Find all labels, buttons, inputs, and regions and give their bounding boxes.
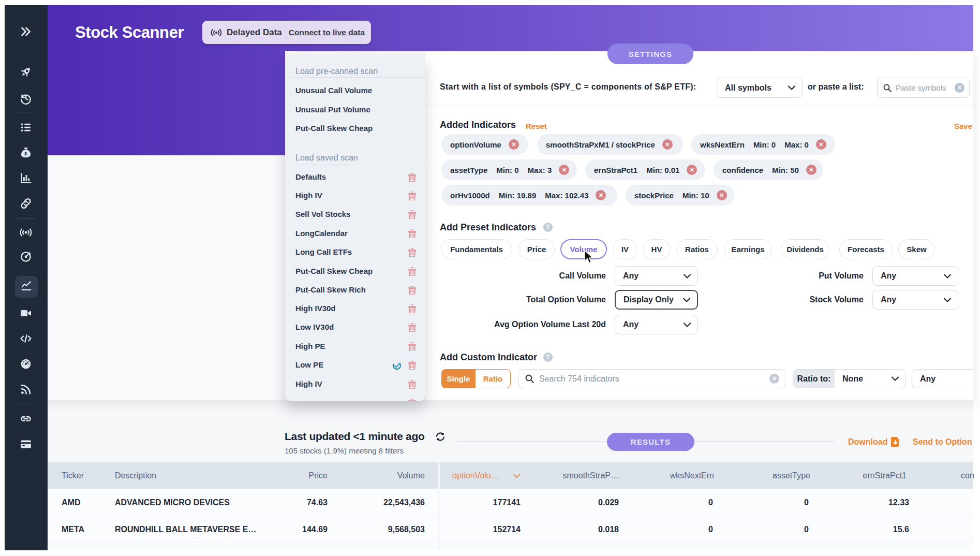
svg-text:$: $ <box>24 151 27 156</box>
